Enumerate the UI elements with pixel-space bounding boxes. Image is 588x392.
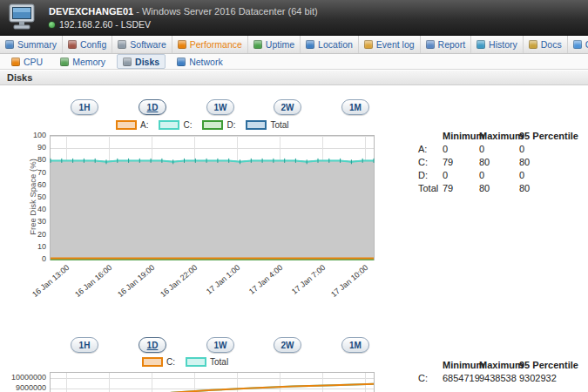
tab-label: Event log <box>376 39 415 50</box>
stats-corner <box>418 130 443 143</box>
legend-item: C: <box>142 357 175 367</box>
stats-value: 0 <box>443 169 479 182</box>
stats-corner <box>418 359 443 372</box>
legend-label: Total <box>210 357 228 367</box>
stats-table: MinimumMaximum95 PercentileA:000C:798080… <box>418 130 588 195</box>
range-1h-button[interactable]: 1H <box>71 337 98 353</box>
stats-value: 80 <box>519 156 588 169</box>
tab-label: Summary <box>17 39 57 50</box>
chart-legend: C:Total <box>142 357 228 367</box>
computer-icon <box>7 3 38 31</box>
y-tick-label: 10000000 <box>10 373 46 382</box>
stats-header: Maximum <box>479 130 519 143</box>
subtab-network[interactable]: Network <box>171 54 229 69</box>
range-1m-button[interactable]: 1M <box>341 99 369 115</box>
stats-header: Maximum <box>479 359 519 372</box>
stats-row-label: Total <box>418 182 443 195</box>
range-1d-button[interactable]: 1D <box>139 337 166 353</box>
legend-label: A: <box>140 120 148 130</box>
tab-comments[interactable]: Comments <box>568 36 588 53</box>
tab-summary[interactable]: Summary <box>0 36 63 53</box>
range-2w-button[interactable]: 2W <box>274 337 301 353</box>
range-1m-button[interactable]: 1M <box>341 337 369 353</box>
stats-row-label: D: <box>418 169 443 182</box>
disk-icon <box>123 57 132 66</box>
summary-icon <box>5 40 14 49</box>
tab-report[interactable]: Report <box>421 36 472 53</box>
server-title: DEVEXCHANGE01 - Windows Server 2016 Data… <box>49 6 318 17</box>
memory-icon <box>60 57 69 66</box>
tab-history[interactable]: History <box>471 36 524 53</box>
stats-value: 9438538 <box>479 372 519 385</box>
history-icon <box>476 40 485 49</box>
tab-docs[interactable]: Docs <box>524 36 568 53</box>
subtab-label: Disks <box>135 57 159 67</box>
docs-icon <box>529 40 537 49</box>
location-icon <box>306 40 314 49</box>
stats-value: 0 <box>479 169 519 182</box>
legend-swatch <box>202 120 223 130</box>
performance-subtabbar: CPUMemoryDisksNetwork <box>0 54 588 70</box>
subtab-disks[interactable]: Disks <box>117 54 166 69</box>
tab-event-log[interactable]: Event log <box>359 36 421 53</box>
range-1d-button[interactable]: 1D <box>139 99 166 115</box>
tab-config[interactable]: Config <box>63 36 112 53</box>
subtab-label: Network <box>189 57 223 67</box>
tab-performance[interactable]: Performance <box>172 36 248 53</box>
stats-header: Minimum <box>443 359 479 372</box>
y-axis-label: Free Disk Space (%) <box>28 136 38 258</box>
series-line-c <box>51 384 374 392</box>
status-dot <box>49 22 55 28</box>
config-icon <box>68 40 77 49</box>
tab-location[interactable]: Location <box>301 36 359 53</box>
stats-row-label: C: <box>418 156 443 169</box>
stats-value: 0 <box>519 169 588 182</box>
chart-plot <box>50 135 375 260</box>
range-2w-button[interactable]: 2W <box>274 99 301 115</box>
legend-item: D: <box>202 120 235 130</box>
stats-row-label: C: <box>418 372 443 385</box>
stats-value: 0 <box>443 143 479 156</box>
stats-header: 95 Percentile <box>519 130 588 143</box>
tab-label: Uptime <box>266 39 294 50</box>
server-name: DEVEXCHANGE01 <box>49 6 133 17</box>
legend-swatch <box>159 120 179 130</box>
stats-value: 0 <box>519 143 588 156</box>
network-icon <box>177 57 186 66</box>
chart-plot <box>50 372 375 392</box>
tab-label: Report <box>438 39 466 50</box>
comments-icon <box>573 40 582 49</box>
legend-swatch <box>246 120 267 130</box>
legend-item: A: <box>116 120 148 130</box>
subtab-memory[interactable]: Memory <box>54 54 112 69</box>
tab-label: Docs <box>541 39 562 50</box>
legend-swatch <box>142 357 163 367</box>
stats-table: MinimumMaximum95 PercentileC:68547199438… <box>418 359 588 385</box>
y-tick-label: 9000000 <box>10 383 46 392</box>
chart-legend: A:C:D:Total <box>116 120 289 130</box>
chart-series <box>51 136 374 260</box>
legend-label: D: <box>226 120 235 130</box>
stats-value: 80 <box>479 156 519 169</box>
section-title: Disks <box>7 72 32 83</box>
tab-software[interactable]: Software <box>112 36 172 53</box>
app-window: DEVEXCHANGE01 - Windows Server 2016 Data… <box>0 0 588 392</box>
stats-value: 79 <box>443 182 479 195</box>
tab-label: Config <box>80 39 106 50</box>
series-area-total <box>51 160 374 260</box>
server-address: 192.168.2.60 - LSDEV <box>59 19 151 30</box>
range-1h-button[interactable]: 1H <box>71 99 98 115</box>
subtab-cpu[interactable]: CPU <box>5 54 49 69</box>
main-tabbar: SummaryConfigSoftwarePerformanceUptimeLo… <box>0 36 588 54</box>
stats-value: 80 <box>479 182 519 195</box>
legend-label: Total <box>270 120 288 130</box>
performance-icon <box>178 40 186 49</box>
tab-uptime[interactable]: Uptime <box>248 36 301 53</box>
stats-header: 95 Percentile <box>519 359 588 372</box>
range-1w-button[interactable]: 1W <box>206 337 234 353</box>
titlebar: DEVEXCHANGE01 - Windows Server 2016 Data… <box>0 0 588 36</box>
subtab-label: CPU <box>24 57 43 67</box>
stats-value: 0 <box>479 143 519 156</box>
range-1w-button[interactable]: 1W <box>206 99 234 115</box>
section-header: Disks <box>0 70 588 85</box>
